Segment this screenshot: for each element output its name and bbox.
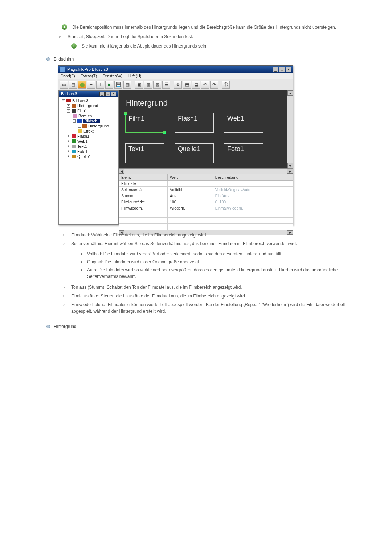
tool-list[interactable]: ☰ <box>162 81 170 89</box>
expand-icon[interactable]: + <box>67 140 70 143</box>
expand-icon[interactable]: + <box>67 150 70 153</box>
tree-node[interactable]: +Flash1 <box>60 134 118 139</box>
cell-val[interactable]: 100 <box>168 199 213 205</box>
doc-sublist: ● Vollbild: Die Filmdatei wird vergrößer… <box>79 251 348 280</box>
section-title: Hintergrund <box>54 324 77 329</box>
tree-node[interactable]: +Text1 <box>60 144 118 149</box>
table-row[interactable]: Filmwiederh.Wiederh.Einmal/Wiederh. <box>119 205 293 211</box>
canvas-box-flash[interactable]: Flash1 <box>175 113 214 133</box>
table-row[interactable]: StummAusEin /Aus <box>119 193 293 199</box>
tree-node[interactable]: Effekt <box>60 129 118 134</box>
vertical-scrollbar[interactable]: ▲ ▼ <box>287 90 293 168</box>
tree-node[interactable]: +Web1 <box>60 139 118 144</box>
expand-icon[interactable]: + <box>67 155 70 158</box>
expand-icon[interactable]: + <box>67 145 70 148</box>
table-row <box>119 211 293 218</box>
note-text: Sie kann nicht länger als die Abspieldau… <box>82 43 207 49</box>
tool-redo[interactable]: ↷ <box>210 81 218 89</box>
canvas-area[interactable]: Hintergrund Film1 Flash1 Web1 Text1 Quel… <box>119 90 287 168</box>
cell-key: Stumm <box>119 193 168 199</box>
expand-icon[interactable]: + <box>67 135 70 138</box>
col-value[interactable]: Wert <box>168 174 213 181</box>
expand-icon[interactable]: + <box>67 104 70 108</box>
tree-controls: _ □ × <box>99 92 116 96</box>
doc-list: ▹ Ton aus (Stumm): Schaltet den Ton der … <box>62 284 348 315</box>
cell-val[interactable]: Aus <box>168 193 213 199</box>
tree-title-bar[interactable]: Bildsch.3 _ □ × <box>59 91 118 97</box>
section-header: Hintergrund <box>46 324 348 329</box>
table-row[interactable]: Filmlautstärke1000~100 <box>119 199 293 205</box>
tool-gear[interactable]: ⚙ <box>174 81 182 89</box>
tool-deploy[interactable]: ✦ <box>87 81 95 89</box>
node-label: Hintergrund <box>77 104 98 108</box>
close-button[interactable]: × <box>286 67 291 72</box>
expand-icon[interactable]: − <box>67 109 70 113</box>
tool-1[interactable]: ▣ <box>135 81 143 89</box>
tool-text[interactable]: T <box>96 81 104 89</box>
effect-icon <box>78 129 82 133</box>
maximize-button[interactable]: □ <box>279 67 285 72</box>
toolbar-separator <box>171 81 173 89</box>
minimize-button[interactable]: _ <box>273 67 278 72</box>
menu-fenster[interactable]: Fenster(W) <box>102 74 122 78</box>
app-body: Bildsch.3 _ □ × −Bildsch.3 +Hintergrund … <box>58 90 293 225</box>
tree-node[interactable]: Bereich <box>60 113 118 118</box>
table-row[interactable]: Seitenverhält.VollbildVollbild/Original/… <box>119 187 293 193</box>
app-window: MagicInfoPro Bildsch.3 _ □ × Datei(F) Ex… <box>58 65 293 225</box>
table-row[interactable]: Filmdatei <box>119 181 293 187</box>
tool-play[interactable]: ▶ <box>105 81 113 89</box>
expand-icon[interactable]: + <box>78 125 81 128</box>
canvas-box-foto[interactable]: Foto1 <box>224 143 263 163</box>
tool-publish[interactable]: ⬤ <box>78 81 86 89</box>
tool-save[interactable]: 💾 <box>114 81 122 89</box>
tree-node[interactable]: −Bildsch.3 <box>60 98 118 103</box>
tool-info[interactable]: ⓘ <box>222 81 230 89</box>
tool-2[interactable]: ▥ <box>144 81 152 89</box>
doc-text: Filmdatei: Wählt eine Filmdatei aus, die… <box>71 232 207 238</box>
tree-node[interactable]: −Film1 <box>60 108 118 113</box>
doc-item: ▹ Filmwiederholung: Filmdateien können w… <box>62 301 348 315</box>
doc-text: Ton aus (Stumm): Schaltet den Ton der Fi… <box>71 284 242 291</box>
scroll-left-icon[interactable]: ◄ <box>119 169 124 174</box>
scroll-right-icon[interactable]: ► <box>287 169 293 174</box>
tool-undo[interactable]: ↶ <box>201 81 209 89</box>
canvas-box-film[interactable]: Film1 <box>125 113 164 133</box>
scroll-up-icon[interactable]: ▲ <box>287 90 293 96</box>
tree-node[interactable]: +Quelle1 <box>60 154 118 159</box>
tree-node[interactable]: +Hintergrund <box>60 103 118 108</box>
cell-val[interactable]: Wiederh. <box>168 205 213 211</box>
scroll-right-icon[interactable]: ► <box>287 230 293 235</box>
canvas-box-web[interactable]: Web1 <box>224 113 263 133</box>
tool-3[interactable]: ▧ <box>153 81 161 89</box>
cell-val[interactable] <box>168 181 213 187</box>
cell-key: Filmdatei <box>119 181 168 187</box>
tool-open[interactable]: ▤ <box>69 81 77 89</box>
tree-max[interactable]: □ <box>105 92 110 96</box>
tree-node[interactable]: −Bildsch. <box>60 118 118 123</box>
menu-extras[interactable]: Extras(T) <box>81 74 97 78</box>
tool-image[interactable]: ▦ <box>123 81 131 89</box>
title-bar[interactable]: MagicInfoPro Bildsch.3 _ □ × <box>58 66 293 73</box>
tree-node[interactable]: +Hintergrund <box>60 123 118 129</box>
properties-table: Elem. Wert Beschreibung Filmdatei Seiten… <box>119 174 293 230</box>
canvas-box-text[interactable]: Text1 <box>125 143 164 163</box>
expand-icon[interactable]: − <box>62 99 65 102</box>
canvas-box-quelle[interactable]: Quelle1 <box>175 143 214 163</box>
menu-hilfe[interactable]: Hilfe(H) <box>128 74 141 78</box>
tool-size-1[interactable]: ⬒ <box>183 81 191 89</box>
scroll-down-icon[interactable]: ▼ <box>287 163 293 168</box>
tree-node[interactable]: +Foto1 <box>60 149 118 154</box>
tool-size-2[interactable]: ⬓ <box>192 81 200 89</box>
tree-title-text: Bildsch.3 <box>61 92 77 96</box>
col-item[interactable]: Elem. <box>119 174 168 181</box>
expand-icon[interactable]: − <box>73 119 76 123</box>
menu-datei[interactable]: Datei(F) <box>61 74 75 78</box>
cell-val[interactable]: Vollbild <box>168 187 213 193</box>
text-icon <box>72 145 76 148</box>
tool-new[interactable]: ▭ <box>60 81 68 89</box>
tree-min[interactable]: _ <box>99 92 105 96</box>
menu-bar: Datei(F) Extras(T) Fenster(W) Hilfe(H) <box>58 73 293 79</box>
col-desc[interactable]: Beschreibung <box>213 174 293 181</box>
tree-close[interactable]: × <box>111 92 116 96</box>
horizontal-scrollbar[interactable]: ◄ ► <box>119 168 293 174</box>
